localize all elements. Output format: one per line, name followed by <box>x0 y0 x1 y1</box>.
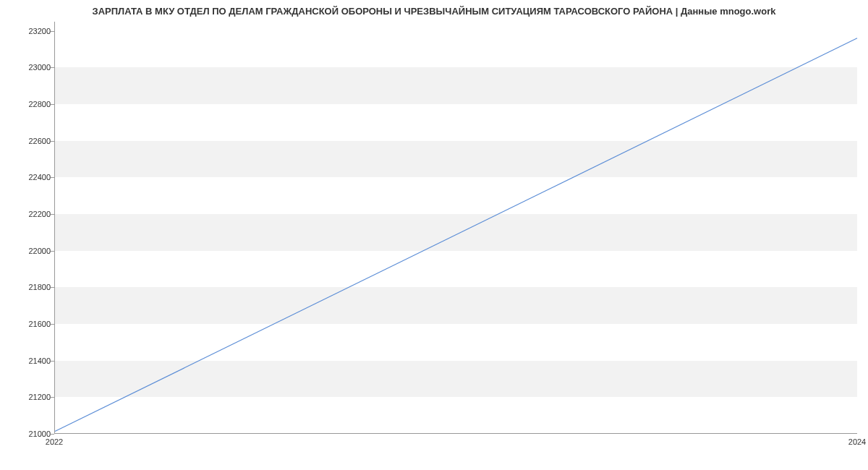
x-tick-label: 2022 <box>46 437 63 446</box>
y-tick-mark <box>51 214 54 215</box>
y-tick-mark <box>51 361 54 362</box>
y-tick-label: 21200 <box>7 393 51 401</box>
y-tick-label: 21000 <box>7 430 51 438</box>
y-tick-label: 22800 <box>7 100 51 108</box>
chart-line-svg <box>55 22 857 433</box>
y-tick-label: 23200 <box>7 27 51 35</box>
data-line <box>55 38 857 432</box>
y-tick-mark <box>51 141 54 142</box>
y-tick-label: 21400 <box>7 356 51 365</box>
y-tick-label: 22600 <box>7 137 51 145</box>
y-tick-label: 23000 <box>7 63 51 72</box>
y-tick-mark <box>51 67 54 68</box>
chart-title: ЗАРПЛАТА В МКУ ОТДЕЛ ПО ДЕЛАМ ГРАЖДАНСКО… <box>0 6 868 17</box>
y-tick-mark <box>51 104 54 105</box>
y-tick-label: 21800 <box>7 283 51 291</box>
y-tick-mark <box>51 177 54 178</box>
x-tick-label: 2024 <box>848 437 866 446</box>
y-tick-mark <box>51 251 54 252</box>
y-tick-mark <box>51 324 54 325</box>
y-tick-label: 21600 <box>7 320 51 328</box>
y-tick-label: 22000 <box>7 247 51 255</box>
plot-area <box>54 22 857 434</box>
y-tick-mark <box>51 287 54 288</box>
y-tick-mark <box>51 434 54 435</box>
y-tick-mark <box>51 31 54 32</box>
y-tick-label: 22200 <box>7 210 51 218</box>
y-tick-mark <box>51 397 54 398</box>
chart-container: ЗАРПЛАТА В МКУ ОТДЕЛ ПО ДЕЛАМ ГРАЖДАНСКО… <box>0 0 868 470</box>
y-tick-label: 22400 <box>7 173 51 181</box>
